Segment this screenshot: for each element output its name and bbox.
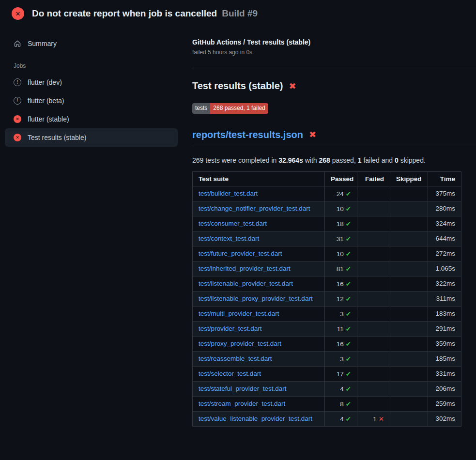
failed-cell — [357, 216, 390, 231]
test-suite-link[interactable]: test/inherited_provider_test.dart — [199, 265, 291, 272]
table-row: test/value_listenable_provider_test.dart… — [193, 411, 461, 426]
run-status-line: failed 5 hours ago in 0s — [192, 49, 476, 56]
main-content: GitHub Actions / Test results (stable) f… — [192, 24, 476, 427]
failed-cell — [357, 381, 390, 396]
suite-cell: test/value_listenable_provider_test.dart — [193, 411, 325, 426]
test-suite-link[interactable]: test/consumer_test.dart — [199, 220, 267, 227]
summary-bold-value: 1 — [358, 156, 362, 164]
test-suite-link[interactable]: test/value_listenable_provider_test.dart — [199, 415, 312, 422]
table-row: test/stateful_provider_test.dart4✔206ms — [193, 381, 461, 396]
test-suite-link[interactable]: test/listenable_proxy_provider_test.dart — [199, 295, 313, 302]
sidebar-summary-label: Summary — [28, 40, 57, 47]
test-suite-link[interactable]: test/stream_provider_test.dart — [199, 400, 285, 407]
check-icon: ✔ — [346, 415, 351, 423]
sidebar-item-flutter-stable[interactable]: ✕ flutter (stable) — [5, 110, 178, 128]
suite-cell: test/multi_provider_test.dart — [193, 306, 325, 321]
layout: Summary Jobs ! flutter (dev) ! flutter (… — [0, 24, 476, 427]
passed-cell: 11✔ — [325, 321, 357, 336]
suite-cell: test/stateful_provider_test.dart — [193, 381, 325, 396]
test-suite-link[interactable]: test/listenable_provider_test.dart — [199, 280, 293, 287]
table-row: test/future_provider_test.dart10✔272ms — [193, 246, 461, 261]
skipped-cell — [390, 366, 428, 381]
table-row: test/change_notifier_provider_test.dart1… — [193, 201, 461, 216]
passed-cell: 3✔ — [325, 306, 357, 321]
time-cell: 291ms — [428, 321, 461, 336]
test-suite-link[interactable]: test/reassemble_test.dart — [199, 355, 272, 362]
report-link[interactable]: reports/test-results.json — [192, 129, 303, 140]
col-header-skipped: Skipped — [390, 171, 428, 186]
passed-cell: 16✔ — [325, 336, 357, 351]
failed-cell — [357, 201, 390, 216]
test-suite-link[interactable]: test/proxy_provider_test.dart — [199, 340, 281, 347]
time-cell: 183ms — [428, 306, 461, 321]
passed-cell: 12✔ — [325, 291, 357, 306]
suite-cell: test/consumer_test.dart — [193, 216, 325, 231]
time-cell: 644ms — [428, 231, 461, 246]
test-suite-link[interactable]: test/selector_test.dart — [199, 370, 261, 377]
test-results-table: Test suite Passed Failed Skipped Time te… — [192, 171, 461, 427]
tests-status-badge: tests 268 passed, 1 failed — [192, 103, 268, 114]
time-cell: 185ms — [428, 351, 461, 366]
summary-text-segment: skipped. — [399, 156, 426, 164]
breadcrumb[interactable]: GitHub Actions / Test results (stable) — [192, 38, 476, 46]
suite-cell: test/builder_test.dart — [193, 186, 325, 201]
failed-cell — [357, 186, 390, 201]
time-cell: 280ms — [428, 201, 461, 216]
time-cell: 311ms — [428, 291, 461, 306]
badge-value: 268 passed, 1 failed — [210, 103, 268, 114]
passed-cell: 4✔ — [325, 381, 357, 396]
skipped-cell — [390, 306, 428, 321]
time-cell: 206ms — [428, 381, 461, 396]
suite-cell: test/change_notifier_provider_test.dart — [193, 201, 325, 216]
time-cell: 272ms — [428, 246, 461, 261]
test-suite-link[interactable]: test/provider_test.dart — [199, 325, 262, 332]
check-icon: ✔ — [346, 235, 351, 243]
table-row: test/context_test.dart31✔644ms — [193, 231, 461, 246]
skipped-cell — [390, 186, 428, 201]
test-suite-link[interactable]: test/multi_provider_test.dart — [199, 310, 279, 317]
skipped-cell — [390, 231, 428, 246]
passed-cell: 24✔ — [325, 186, 357, 201]
col-header-passed: Passed — [325, 171, 357, 186]
page-header: ✕ Do not create report when job is cance… — [0, 0, 476, 24]
time-cell: 322ms — [428, 276, 461, 291]
failed-cell — [357, 351, 390, 366]
test-suite-link[interactable]: test/change_notifier_provider_test.dart — [199, 205, 310, 212]
section-title-text: Test results (stable) — [192, 80, 283, 92]
table-row: test/multi_provider_test.dart3✔183ms — [193, 306, 461, 321]
sidebar: Summary Jobs ! flutter (dev) ! flutter (… — [0, 24, 192, 147]
test-suite-link[interactable]: test/builder_test.dart — [199, 190, 258, 197]
sidebar-item-test-results-stable[interactable]: ✕ Test results (stable) — [5, 128, 178, 147]
report-heading: reports/test-results.json ✖ — [192, 129, 476, 147]
suite-cell: test/stream_provider_test.dart — [193, 396, 325, 411]
table-row: test/stream_provider_test.dart8✔259ms — [193, 396, 461, 411]
time-cell: 1.065s — [428, 261, 461, 276]
neutral-status-icon: ! — [14, 97, 21, 105]
table-row: test/selector_test.dart17✔331ms — [193, 366, 461, 381]
skipped-cell — [390, 246, 428, 261]
failed-cell — [357, 366, 390, 381]
col-header-test-suite: Test suite — [193, 171, 325, 186]
table-row: test/builder_test.dart24✔375ms — [193, 186, 461, 201]
table-row: test/consumer_test.dart18✔324ms — [193, 216, 461, 231]
check-icon: ✔ — [346, 190, 351, 198]
table-row: test/proxy_provider_test.dart16✔359ms — [193, 336, 461, 351]
sidebar-item-flutter-beta[interactable]: ! flutter (beta) — [5, 92, 178, 110]
sidebar-item-flutter-dev[interactable]: ! flutter (dev) — [5, 73, 178, 92]
test-suite-link[interactable]: test/context_test.dart — [199, 235, 259, 242]
sidebar-item-summary[interactable]: Summary — [5, 34, 178, 53]
jobs-section-heading: Jobs — [5, 53, 178, 73]
skipped-cell — [390, 321, 428, 336]
sidebar-item-label: Test results (stable) — [28, 134, 86, 141]
summary-bold-value: 32.964s — [278, 156, 303, 164]
skipped-cell — [390, 411, 428, 426]
passed-cell: 3✔ — [325, 351, 357, 366]
test-suite-link[interactable]: test/future_provider_test.dart — [199, 250, 282, 257]
failed-cell — [357, 396, 390, 411]
skipped-cell — [390, 381, 428, 396]
test-suite-link[interactable]: test/stateful_provider_test.dart — [199, 385, 287, 392]
table-header-row: Test suite Passed Failed Skipped Time — [193, 171, 461, 186]
passed-cell: 81✔ — [325, 261, 357, 276]
time-cell: 331ms — [428, 366, 461, 381]
time-cell: 359ms — [428, 336, 461, 351]
